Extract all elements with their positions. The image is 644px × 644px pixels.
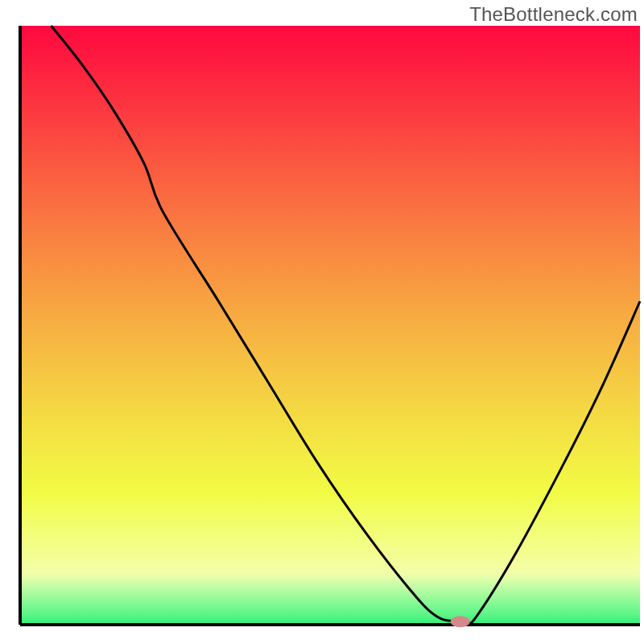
watermark-text: TheBottleneck.com <box>469 3 638 26</box>
highlight-pill <box>451 616 470 627</box>
bottleneck-chart <box>0 0 644 644</box>
chart-container: TheBottleneck.com <box>0 0 644 644</box>
gradient-background <box>20 26 640 625</box>
